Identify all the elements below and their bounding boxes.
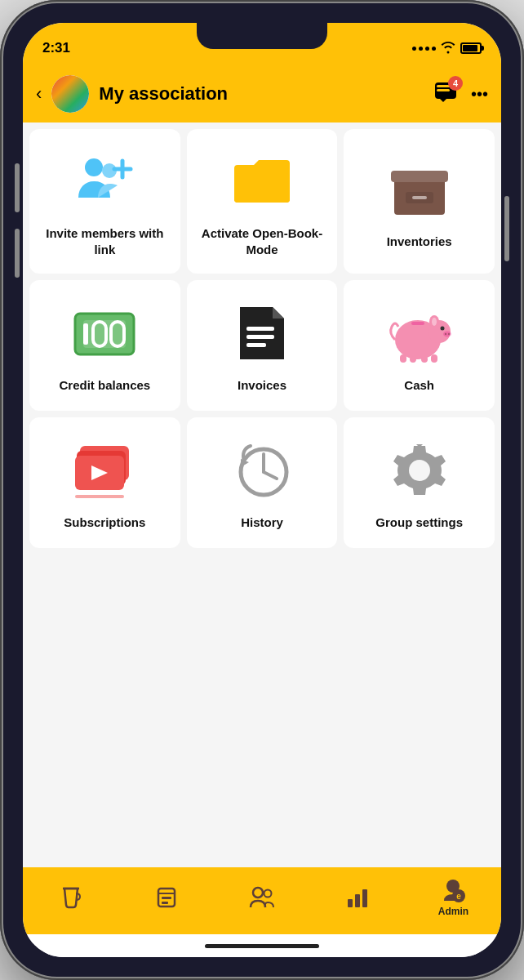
svg-rect-50 (162, 902, 168, 904)
svg-line-42 (264, 472, 277, 479)
svg-rect-49 (162, 897, 171, 899)
archive-icon (387, 157, 452, 222)
nav-item-drinks[interactable] (23, 885, 118, 910)
svg-point-4 (85, 158, 103, 176)
svg-point-52 (264, 890, 272, 898)
subscriptions-label: Subscriptions (64, 514, 145, 531)
back-button[interactable]: ‹ (36, 83, 42, 105)
history-label: History (241, 514, 283, 531)
admin-icon: e (441, 878, 465, 902)
main-content: Invite members with link Activate Open-B… (23, 122, 501, 867)
svg-rect-10 (391, 171, 448, 182)
folder-icon (229, 149, 295, 214)
phone-screen: 2:31 (23, 23, 501, 957)
svg-rect-20 (246, 335, 274, 339)
svg-text:e: e (457, 892, 462, 901)
nav-item-food[interactable] (118, 885, 214, 910)
svg-rect-53 (348, 899, 353, 907)
svg-rect-54 (355, 894, 360, 907)
signal-icon (412, 47, 436, 51)
svg-rect-39 (75, 495, 124, 498)
admin-label: Admin (438, 906, 468, 917)
svg-rect-21 (246, 343, 266, 347)
chat-button[interactable]: 4 (433, 81, 458, 107)
svg-point-27 (443, 332, 451, 337)
avatar[interactable] (51, 75, 89, 113)
status-time: 2:31 (42, 40, 70, 56)
svg-rect-8 (234, 173, 290, 203)
grid-item-invite-members[interactable]: Invite members with link (29, 129, 180, 274)
invite-icon (72, 149, 137, 214)
svg-rect-15 (83, 323, 88, 345)
credit-balances-label: Credit balances (59, 377, 150, 394)
menu-grid: Invite members with link Activate Open-B… (29, 129, 495, 548)
phone-frame: 2:31 (0, 0, 524, 980)
svg-rect-12 (412, 196, 427, 199)
invoices-label: Invoices (238, 377, 286, 394)
chat-badge: 4 (448, 76, 463, 91)
volume-down-button[interactable] (15, 229, 20, 278)
group-settings-label: Group settings (375, 514, 463, 531)
settings-icon (387, 438, 452, 503)
notch (197, 23, 327, 49)
svg-rect-33 (421, 356, 428, 363)
grid-item-inventories[interactable]: Inventories (344, 129, 495, 274)
svg-rect-34 (431, 354, 437, 363)
svg-point-26 (440, 327, 444, 331)
invite-members-label: Invite members with link (39, 225, 171, 257)
inventories-label: Inventories (387, 234, 452, 250)
svg-point-51 (253, 888, 263, 898)
svg-point-25 (432, 318, 437, 326)
more-button[interactable]: ••• (471, 85, 488, 104)
battery-icon (460, 42, 482, 54)
members-icon (250, 885, 274, 910)
grid-item-open-book-mode[interactable]: Activate Open-Book-Mode (187, 129, 338, 274)
stats-icon (345, 885, 370, 910)
piggy-icon (387, 301, 452, 366)
svg-rect-30 (411, 322, 424, 325)
cup-icon (59, 885, 83, 910)
history-icon (229, 438, 295, 503)
cash-label: Cash (404, 377, 434, 394)
svg-point-28 (444, 333, 446, 335)
subscriptions-icon (72, 438, 137, 503)
grid-item-invoices[interactable]: Invoices (187, 280, 338, 411)
grid-item-history[interactable]: History (187, 417, 338, 548)
open-book-mode-label: Activate Open-Book-Mode (197, 225, 328, 257)
nav-item-admin[interactable]: e Admin (406, 878, 501, 917)
nav-item-stats[interactable] (310, 885, 406, 910)
power-button[interactable] (504, 196, 509, 261)
svg-rect-19 (246, 327, 274, 331)
grid-item-subscriptions[interactable]: Subscriptions (29, 417, 180, 548)
bottom-nav: e Admin (23, 867, 501, 934)
header-actions: 4 ••• (433, 81, 488, 107)
home-indicator (23, 934, 501, 957)
svg-rect-2 (437, 89, 450, 91)
volume-up-button[interactable] (15, 163, 20, 212)
svg-marker-3 (440, 99, 446, 102)
credit-icon (72, 301, 137, 366)
svg-point-29 (447, 333, 449, 335)
nav-item-members[interactable] (214, 885, 309, 910)
header: ‹ My association 4 ••• (23, 65, 501, 122)
svg-rect-55 (362, 889, 367, 907)
svg-rect-31 (400, 354, 406, 363)
food-icon (154, 885, 179, 910)
invoice-icon (229, 301, 295, 366)
page-title: My association (99, 83, 424, 105)
grid-item-credit-balances[interactable]: Credit balances (29, 280, 180, 411)
grid-item-group-settings[interactable]: Group settings (344, 417, 495, 548)
grid-item-cash[interactable]: Cash (344, 280, 495, 411)
svg-rect-32 (410, 356, 416, 363)
home-bar (205, 944, 319, 948)
status-icons (412, 42, 482, 56)
svg-point-45 (409, 460, 430, 481)
wifi-icon (441, 42, 455, 56)
